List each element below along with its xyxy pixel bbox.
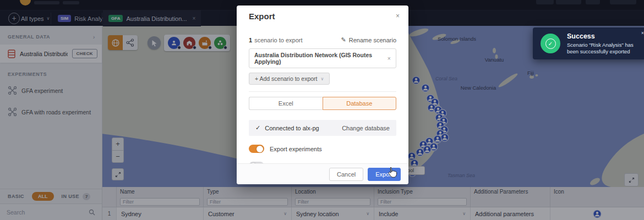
success-check-icon: ✓ bbox=[541, 34, 560, 53]
dialog-title: Export bbox=[249, 12, 275, 21]
app-window: Solomon IslandsVanuatuFijiCoral SeaNew C… bbox=[0, 0, 644, 220]
cancel-button[interactable]: Cancel bbox=[329, 168, 363, 181]
remove-scenario-icon[interactable]: × bbox=[388, 55, 391, 62]
success-toast: ✓ Success Scenario "Risk Analysis" has b… bbox=[533, 28, 644, 59]
export-target-tabs: Excel Database bbox=[249, 97, 396, 110]
toast-title: Success bbox=[567, 32, 595, 40]
export-button[interactable]: Export bbox=[368, 168, 401, 181]
connection-status: Connected to alx-pg bbox=[265, 125, 319, 131]
toggle-label: Export experiments bbox=[270, 146, 322, 152]
pencil-icon: ✎ bbox=[341, 36, 346, 43]
toast-message: Scenario "Risk Analysis" has been succes… bbox=[567, 42, 640, 55]
scenario-count-label: 1scenario to export bbox=[249, 37, 303, 43]
close-dialog-icon[interactable]: × bbox=[396, 12, 400, 20]
change-database-button[interactable]: Change database bbox=[342, 125, 390, 131]
check-icon: ✓ bbox=[255, 124, 260, 131]
close-toast-icon[interactable]: × bbox=[641, 30, 644, 36]
export-experiments-toggle[interactable] bbox=[249, 145, 264, 153]
scenario-chip: Australia Distribution Network (GIS Rout… bbox=[249, 48, 396, 68]
chevron-down-icon: ∨ bbox=[321, 76, 324, 81]
tab-database[interactable]: Database bbox=[323, 97, 397, 110]
connection-status-bar: ✓ Connected to alx-pg Change database bbox=[249, 120, 396, 136]
tab-excel[interactable]: Excel bbox=[249, 97, 323, 110]
rename-scenario-button[interactable]: ✎ Rename scenario bbox=[341, 36, 396, 43]
add-scenario-button[interactable]: + Add scenario to export∨ bbox=[249, 73, 330, 85]
export-dialog: Export × 1scenario to export ✎ Rename sc… bbox=[237, 6, 408, 184]
